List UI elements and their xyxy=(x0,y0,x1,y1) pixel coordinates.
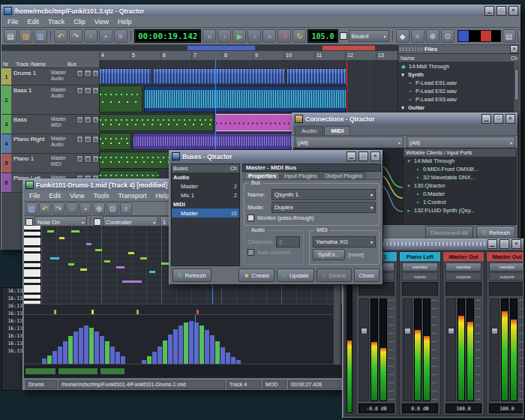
event-time[interactable]: 16:13 xyxy=(2,303,24,310)
files-panel-titlebar[interactable]: Files ✕ xyxy=(398,45,520,54)
file-item[interactable]: ▪ P-Lead E92.wav 3 xyxy=(398,87,520,95)
plugin-list[interactable] xyxy=(402,282,438,296)
bus-mode-combo[interactable]: Duplex▾ xyxy=(272,202,376,213)
view-type-checkbox[interactable] xyxy=(94,218,101,226)
midi-note[interactable] xyxy=(104,260,110,262)
menu-item[interactable]: Clip xyxy=(69,18,90,26)
select-mode-icon[interactable]: ▫ xyxy=(84,29,98,43)
velocity-bar[interactable] xyxy=(158,346,162,364)
update-button[interactable]: ✓Update xyxy=(277,268,314,282)
redo-icon[interactable]: ↷ xyxy=(52,202,64,214)
bus-tab[interactable]: Output Plugins xyxy=(321,172,365,179)
maximize-button[interactable]: □ xyxy=(494,114,503,124)
bus-name-input[interactable]: Qsynth 1▾ xyxy=(272,189,376,200)
track-row[interactable]: 1 Drums 1 MasterAudio R M S xyxy=(2,68,99,86)
file-item[interactable]: ▪ P-Lead E93.wav 2 xyxy=(398,95,520,104)
event-time[interactable]: 16:13 xyxy=(2,318,24,326)
fast-forward-icon[interactable]: » xyxy=(262,29,276,43)
edit-clip-icon[interactable]: ▪ xyxy=(99,29,112,43)
velocity-bar[interactable] xyxy=(152,352,157,364)
create-button[interactable]: ★Create xyxy=(238,268,274,282)
velocity-bar[interactable] xyxy=(74,332,78,364)
connections-tab[interactable]: MIDI xyxy=(324,126,350,135)
velocity-bar[interactable] xyxy=(58,346,62,364)
velocity-bar[interactable] xyxy=(173,329,178,364)
track-state-buttons[interactable]: R M S xyxy=(76,115,99,134)
bus-tree-item[interactable]: Master 2 xyxy=(172,182,239,190)
midi-note[interactable] xyxy=(47,230,54,232)
menu-item[interactable]: Help xyxy=(113,18,136,26)
velocity-bar[interactable] xyxy=(94,332,99,364)
draw-mode-icon[interactable]: ▪ xyxy=(80,202,92,214)
gain-fader[interactable] xyxy=(446,298,456,401)
velocity-lane[interactable] xyxy=(24,314,342,364)
undo-icon[interactable]: ↶ xyxy=(39,202,51,214)
track-row[interactable]: 2 Bass 1 MasterAudio R M S xyxy=(2,86,99,115)
maximize-button[interactable]: □ xyxy=(500,239,509,249)
redo-icon[interactable]: ↷ xyxy=(69,29,82,43)
bus-tab[interactable]: Input Plugins xyxy=(280,172,320,179)
rewind-start-icon[interactable]: « xyxy=(202,29,216,43)
port-item[interactable]: ▸ 132:FLUID Synth (Qsy... xyxy=(404,206,516,214)
zoom-out-icon[interactable]: ⊙ xyxy=(106,202,118,214)
gain-fader[interactable] xyxy=(490,298,500,401)
play-icon[interactable]: ▶ xyxy=(232,29,246,43)
automation-icon[interactable]: ≡ xyxy=(114,29,128,43)
velocity-bar[interactable] xyxy=(184,322,188,364)
midi-clip[interactable] xyxy=(99,86,142,112)
piano-keys[interactable] xyxy=(24,226,41,304)
monitor-button[interactable]: monitor xyxy=(446,262,482,272)
maximize-button[interactable]: □ xyxy=(358,152,368,161)
main-titlebar[interactable]: /home/rncbc/tmp/Funkit101.3.qtz - Qtract… xyxy=(2,5,520,16)
save-session-icon[interactable]: ▥ xyxy=(34,29,47,43)
port-item[interactable]: ▪ 1:Control xyxy=(404,198,516,206)
minimize-button[interactable]: ▁ xyxy=(488,239,497,249)
minimize-button[interactable]: ▁ xyxy=(346,152,356,161)
velocity-bar[interactable] xyxy=(215,341,220,364)
delete-button[interactable]: ✕Delete xyxy=(316,268,352,282)
midi-note[interactable] xyxy=(95,249,102,251)
event-time[interactable]: 16:13 xyxy=(2,348,24,356)
file-item[interactable]: ◆ 14:Midi Through xyxy=(398,62,520,70)
bus-tree-item[interactable]: Audio xyxy=(172,172,239,182)
file-item[interactable]: ▪ P-Lead E91.wav 2 xyxy=(398,79,520,87)
velocity-bar[interactable] xyxy=(163,340,167,364)
close-icon[interactable]: ✕ xyxy=(510,45,518,53)
rewind-icon[interactable]: ‹ xyxy=(218,29,231,43)
zoom-out-icon[interactable]: ⊙ xyxy=(441,29,454,43)
velocity-bar[interactable] xyxy=(121,356,125,364)
velocity-bar[interactable] xyxy=(42,358,46,364)
velocity-bar[interactable] xyxy=(168,334,172,364)
midi-note[interactable] xyxy=(80,268,87,271)
midi-note[interactable] xyxy=(128,252,134,254)
save-icon[interactable]: ▥ xyxy=(26,202,38,214)
port-item[interactable]: ▪ 0:Master xyxy=(404,190,516,198)
velocity-bar[interactable] xyxy=(210,335,214,364)
connections-titlebar[interactable]: Connections - Qtractor ▁ □ ✕ xyxy=(292,113,518,124)
record-icon[interactable]: ● xyxy=(278,29,291,43)
velocity-bar[interactable] xyxy=(147,356,152,364)
audio-clip[interactable] xyxy=(153,68,285,84)
client-filter-right[interactable]: (All)▾ xyxy=(406,136,515,148)
close-button[interactable]: Close xyxy=(354,268,380,282)
audio-clip[interactable] xyxy=(99,68,152,84)
follow-playhead-icon[interactable]: ≡ xyxy=(411,29,424,43)
velocity-bar[interactable] xyxy=(116,352,120,364)
gain-fader[interactable] xyxy=(403,298,412,401)
menu-item[interactable]: Track xyxy=(44,18,69,26)
monitor-button[interactable]: monitor xyxy=(402,262,438,272)
refresh-button[interactable]: ↻Refresh xyxy=(476,226,515,239)
sysex-button[interactable]: SysEx... xyxy=(313,249,345,260)
velocity-bar[interactable] xyxy=(100,336,104,364)
menu-item[interactable]: Edit xyxy=(23,18,44,26)
track-row[interactable]: 4 Piano Right MasterAudio R M S xyxy=(2,134,99,154)
port-item[interactable]: ▪ 32:Wavetable DNX... xyxy=(404,173,516,182)
track-state-buttons[interactable]: R M S xyxy=(76,86,99,114)
client-filter-left[interactable]: (All)▾ xyxy=(295,136,404,148)
menu-item[interactable]: View xyxy=(90,18,113,26)
port-item[interactable]: ▪ 0:MIDI-Front OMX8f... xyxy=(404,165,516,173)
strip-name[interactable]: Master Out xyxy=(443,252,484,261)
bus-tree-item[interactable]: MIDI xyxy=(172,200,239,208)
midi-clip[interactable] xyxy=(99,133,131,150)
menu-item[interactable]: File xyxy=(25,192,45,200)
